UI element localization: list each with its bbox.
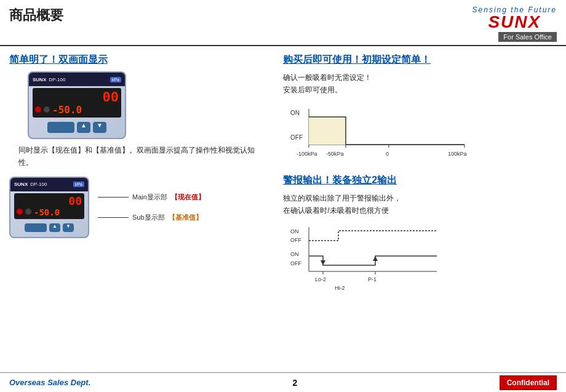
annotation-lines: Main显示部 【现在值】 Sub显示部 【基准值】 — [98, 193, 205, 222]
device2-brand: SUNX — [14, 182, 28, 187]
footer-page: 2 — [293, 378, 298, 388]
footer-dept: Overseas Sales Dept. — [9, 378, 90, 387]
indicator-2 — [44, 106, 50, 113]
right-column: 购买后即可使用！初期设定简单！ 确认一般吸着时无需设定！ 安装后即可使用。 ON… — [277, 46, 557, 367]
device2: SUNX DP-100 kPa 00 -50.0 ▲ ▼ — [9, 177, 89, 238]
main-content: 简单明了！双画面显示 SUNX DP-100 kPa 00 -50.0 — [0, 46, 566, 367]
footer-confidential: Confidential — [500, 375, 557, 390]
device2-sub-display: -50.0 — [34, 208, 60, 217]
device2-header: SUNX DP-100 kPa — [10, 178, 88, 191]
device2-buttons: ▲ ▼ — [10, 221, 88, 234]
right-section1-title: 购买后即可使用！初期设定简单！ — [283, 54, 557, 66]
ann-sub-value: 【基准值】 — [169, 213, 202, 222]
device2-kpa: kPa — [73, 182, 84, 187]
chart1-svg: ON OFF -100kPa -50kPa 0 1 — [289, 102, 474, 163]
device2-model: DP-100 — [30, 182, 47, 187]
chart2-on2: ON — [290, 251, 299, 257]
device1-btn-up[interactable]: ▲ — [77, 122, 90, 133]
ann-line-main — [98, 197, 129, 198]
device1-btn-down[interactable]: ▼ — [93, 122, 106, 133]
chart1-x4: 100kPa — [448, 151, 467, 157]
chart1-on-label: ON — [290, 110, 300, 116]
chart1-x3: 0 — [386, 151, 389, 157]
device1-header: SUNX DP-100 kPa — [29, 73, 125, 86]
chart1: ON OFF -100kPa -50kPa 0 1 — [289, 102, 557, 166]
device1-sub-display: -50.0 — [52, 105, 82, 115]
device1-kpa: kPa — [110, 77, 121, 82]
ann-sub-label: Sub显示部 — [132, 213, 165, 222]
chart2-on1: ON — [290, 228, 299, 234]
chart2-x3: Hi-2 — [335, 285, 345, 291]
device1-main-display: 00 — [35, 90, 119, 104]
right-section2-title: 警报输出！装备独立2输出 — [283, 174, 557, 187]
logo-area: Sensing the Future SUNX For Sales Office — [472, 6, 557, 42]
page-title: 商品概要 — [9, 6, 63, 25]
svg-rect-2 — [309, 117, 346, 145]
device2-btn-mode[interactable] — [25, 223, 47, 232]
device2-btn-up[interactable]: ▲ — [49, 223, 60, 232]
device1-display: 00 -50.0 — [33, 88, 121, 118]
left-column: 简单明了！双画面显示 SUNX DP-100 kPa 00 -50.0 — [9, 46, 277, 367]
sales-office-badge: For Sales Office — [498, 32, 557, 42]
chart2-off2: OFF — [290, 260, 301, 266]
annotation-sub: Sub显示部 【基准值】 — [98, 213, 205, 222]
brand-logo: Sensing the Future SUNX — [472, 6, 557, 31]
page-header: 商品概要 Sensing the Future SUNX For Sales O… — [0, 0, 566, 46]
device2-indicator-1 — [17, 209, 23, 215]
device1-buttons: ▲ ▼ — [29, 119, 125, 135]
annotation-main: Main显示部 【现在值】 — [98, 193, 205, 202]
device1-brand: SUNX — [33, 77, 46, 82]
ann-line-sub — [98, 217, 129, 218]
device2-btn-down[interactable]: ▼ — [63, 223, 74, 232]
page-footer: Overseas Sales Dept. 2 Confidential — [0, 372, 566, 392]
chart1-x2: -50kPa — [326, 151, 344, 157]
device2-main-display: 00 — [17, 196, 82, 207]
chart2: ON OFF ON OFF — [289, 222, 557, 298]
arrow-down — [321, 260, 325, 265]
right-section2-desc: 独立的双输出除了用于警报输出外， 在确认吸着时/未吸着时也很方便 — [283, 192, 557, 217]
device2-indicator-2 — [25, 209, 31, 215]
right-section1-desc: 确认一般吸着时无需设定！ 安装后即可使用。 — [283, 71, 557, 97]
left-section1-title: 简单明了！双画面显示 — [9, 54, 265, 66]
indicator-1 — [35, 106, 41, 113]
chart1-x1: -100kPa — [297, 151, 317, 157]
chart2-x1: Lo-2 — [315, 276, 326, 282]
chart2-svg: ON OFF ON OFF — [289, 222, 474, 296]
device2-display: 00 -50.0 — [14, 193, 84, 219]
annotated-device-wrapper: SUNX DP-100 kPa 00 -50.0 ▲ ▼ — [9, 177, 265, 238]
device1: SUNX DP-100 kPa 00 -50.0 ▲ ▼ — [28, 71, 126, 139]
chart2-x2: P-1 — [368, 276, 377, 282]
chart2-off1: OFF — [290, 237, 301, 243]
left-description: 同时显示【现在值】和【基准值】。双画面显示提高了操作性和视觉认知性。 — [18, 144, 265, 169]
ann-main-label: Main显示部 — [132, 193, 167, 202]
device1-model: DP-100 — [49, 77, 65, 82]
device1-btn-mode[interactable] — [47, 122, 74, 133]
chart1-off-label: OFF — [290, 134, 303, 141]
arrow-up — [373, 256, 378, 261]
ann-main-value: 【现在值】 — [171, 193, 205, 202]
